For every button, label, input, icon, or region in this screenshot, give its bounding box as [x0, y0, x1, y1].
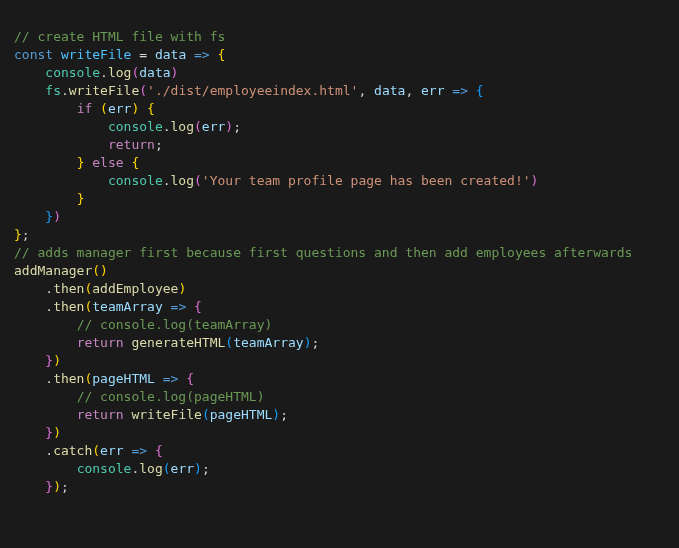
comment: // adds manager first because first ques… — [14, 244, 632, 262]
code-line: const writeFile = data => { — [14, 46, 665, 64]
code-line: // create HTML file with fs — [14, 28, 665, 46]
code-line: .catch(err => { — [14, 442, 665, 460]
param: data — [155, 46, 186, 64]
code-line: .then(pageHTML => { — [14, 370, 665, 388]
keyword-const: const — [14, 46, 53, 64]
code-line: }); — [14, 478, 665, 496]
code-line: .then(addEmployee) — [14, 280, 665, 298]
code-line: // adds manager first because first ques… — [14, 244, 665, 262]
code-line: return; — [14, 136, 665, 154]
code-line: }; — [14, 226, 665, 244]
identifier: writeFile — [61, 46, 131, 64]
code-line: } else { — [14, 154, 665, 172]
comment: // create HTML file with fs — [14, 28, 225, 46]
code-line: }) — [14, 208, 665, 226]
code-line: fs.writeFile('./dist/employeeindex.html'… — [14, 82, 665, 100]
code-line: // console.log(teamArray) — [14, 316, 665, 334]
code-line: addManager() — [14, 262, 665, 280]
code-line: return writeFile(pageHTML); — [14, 406, 665, 424]
code-line: .then(teamArray => { — [14, 298, 665, 316]
code-editor[interactable]: // create HTML file with fs const writeF… — [0, 0, 679, 524]
code-line: console.log(err); — [14, 118, 665, 136]
code-line: }) — [14, 424, 665, 442]
code-line: } — [14, 190, 665, 208]
code-line: console.log(data) — [14, 64, 665, 82]
code-line: if (err) { — [14, 100, 665, 118]
code-line: // console.log(pageHTML) — [14, 388, 665, 406]
code-line: return generateHTML(teamArray); — [14, 334, 665, 352]
code-line: console.log('Your team profile page has … — [14, 172, 665, 190]
code-line: }) — [14, 352, 665, 370]
code-line: console.log(err); — [14, 460, 665, 478]
